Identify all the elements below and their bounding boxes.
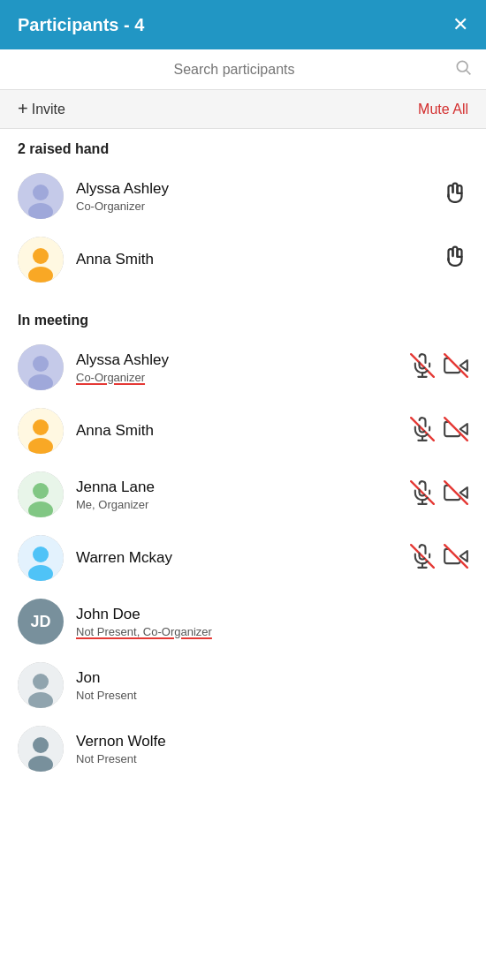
video-off-icon (444, 417, 468, 445)
header: Participants - 4 ✕ (0, 0, 486, 49)
avatar (18, 408, 64, 454)
svg-point-3 (33, 185, 49, 200)
participant-info: Warren Mckay (76, 549, 398, 567)
participant-role: Co-Organizer (76, 371, 398, 384)
participant-row[interactable]: Anna Smith (0, 228, 486, 291)
participant-role: Co-Organizer (76, 200, 429, 213)
mic-off-icon (410, 544, 435, 572)
participant-name: Alyssa Ashley (76, 351, 398, 369)
participants-list: 2 raised hand Alyssa AshleyCo-Organizer … (0, 129, 486, 789)
participant-row[interactable]: JonNot Present (0, 653, 486, 717)
participant-row[interactable]: Alyssa AshleyCo-Organizer (0, 164, 486, 228)
participant-icons (410, 353, 468, 381)
participant-role: Not Present (76, 752, 468, 765)
video-off-icon (444, 544, 468, 572)
svg-point-30 (33, 547, 49, 562)
search-input[interactable] (14, 62, 454, 78)
toolbar: + Invite Mute All (0, 90, 486, 129)
mic-off-icon (410, 417, 435, 445)
svg-point-6 (33, 248, 49, 264)
participant-info: Jenna LaneMe, Organizer (76, 479, 398, 511)
participant-info: Anna Smith (76, 251, 429, 268)
mute-all-button[interactable]: Mute All (418, 102, 468, 117)
participant-row[interactable]: Warren Mckay (0, 526, 486, 590)
participant-icons (442, 181, 468, 211)
participant-name: Vernon Wolfe (76, 733, 468, 750)
participant-row[interactable]: Jenna LaneMe, Organizer (0, 463, 486, 526)
participant-row[interactable]: Vernon WolfeNot Present (0, 717, 486, 780)
svg-point-37 (33, 674, 49, 690)
mic-off-icon (410, 480, 435, 509)
raised-hand-icon (442, 245, 468, 275)
raised-hand-icon (442, 181, 468, 211)
svg-point-16 (33, 419, 49, 435)
participant-icons (410, 544, 468, 572)
participant-name: Alyssa Ashley (76, 180, 429, 198)
video-off-icon (444, 480, 468, 509)
plus-icon: + (18, 99, 28, 119)
avatar (18, 237, 64, 283)
section-header-in-meeting: In meeting (0, 300, 486, 335)
avatar (18, 662, 64, 708)
participant-info: Alyssa AshleyCo-Organizer (76, 180, 429, 213)
svg-point-23 (33, 483, 49, 499)
avatar (18, 173, 64, 219)
mic-off-icon (410, 353, 435, 381)
avatar: JD (18, 599, 64, 645)
participant-name: John Doe (76, 606, 468, 623)
video-off-icon (444, 353, 468, 381)
participant-row[interactable]: Alyssa AshleyCo-Organizer (0, 335, 486, 399)
svg-point-9 (33, 356, 49, 372)
avatar (18, 344, 64, 390)
svg-point-40 (33, 737, 49, 753)
participant-name: Jon (76, 669, 468, 687)
header-title: Participants - 4 (18, 15, 144, 35)
participant-info: Anna Smith (76, 422, 398, 440)
participant-row[interactable]: Anna Smith (0, 399, 486, 463)
invite-label: Invite (32, 102, 65, 117)
participant-info: John DoeNot Present, Co-Organizer (76, 606, 468, 638)
svg-line-1 (467, 71, 471, 75)
participant-name: Jenna Lane (76, 479, 398, 496)
participant-info: Alyssa AshleyCo-Organizer (76, 351, 398, 384)
participant-name: Anna Smith (76, 251, 429, 268)
avatar (18, 535, 64, 581)
avatar (18, 471, 64, 517)
participant-role: Me, Organizer (76, 498, 398, 511)
search-bar (0, 49, 486, 90)
participant-name: Warren Mckay (76, 549, 398, 567)
participant-icons (410, 480, 468, 509)
participant-icons (442, 245, 468, 275)
participant-role: Not Present, Co-Organizer (76, 625, 468, 638)
participant-name: Anna Smith (76, 422, 398, 440)
participant-info: Vernon WolfeNot Present (76, 733, 468, 765)
section-header-raised-hand: 2 raised hand (0, 129, 486, 164)
invite-button[interactable]: + Invite (18, 99, 65, 119)
participant-icons (410, 417, 468, 445)
participant-row[interactable]: JDJohn DoeNot Present, Co-Organizer (0, 590, 486, 653)
participant-info: JonNot Present (76, 669, 468, 702)
svg-point-0 (457, 61, 467, 72)
avatar (18, 726, 64, 772)
participant-role: Not Present (76, 689, 468, 702)
close-button[interactable]: ✕ (452, 15, 468, 34)
search-icon (454, 58, 472, 80)
